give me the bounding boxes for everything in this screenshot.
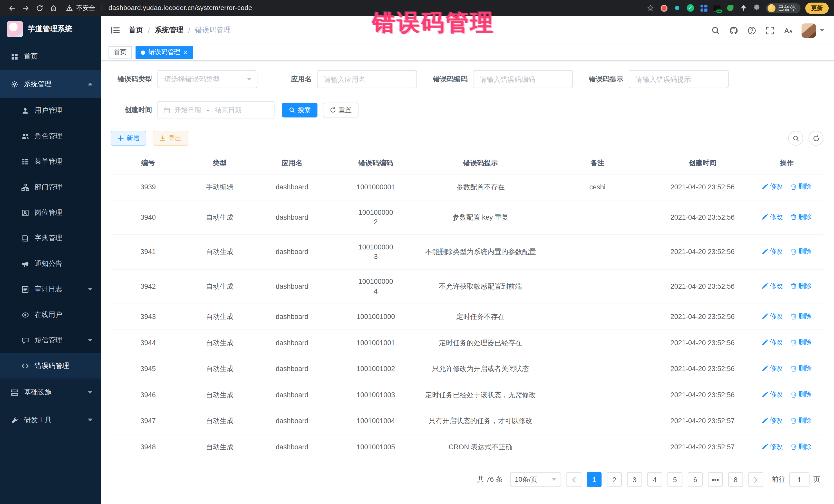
delete-link[interactable]: 删除 <box>790 182 812 192</box>
next-page-button[interactable] <box>748 472 763 487</box>
sidebar-subitem-6[interactable]: 通知公告 <box>0 251 101 277</box>
edit-link[interactable]: 修改 <box>762 212 783 222</box>
cell-actions: 修改删除 <box>750 408 823 434</box>
close-icon[interactable]: × <box>183 49 188 56</box>
error-code-input[interactable] <box>473 70 573 88</box>
sidebar-subitem-9[interactable]: 短信管理 <box>0 327 101 353</box>
page-content: 错误码类型 请选择错误码类型 应用名 错误码编码 <box>101 61 834 504</box>
pager-page-button-5[interactable]: 5 <box>667 472 682 487</box>
on-badge-icon[interactable]: on <box>712 4 721 12</box>
leaf-icon[interactable] <box>726 4 734 12</box>
cell-app: dashboard <box>254 408 330 434</box>
sidebar-subitem-5[interactable]: 字典管理 <box>0 225 101 251</box>
tab-home[interactable]: 首页 <box>109 46 132 59</box>
delete-link[interactable]: 删除 <box>790 390 812 399</box>
puzzle-icon[interactable] <box>753 4 761 12</box>
help-icon[interactable] <box>747 26 756 35</box>
type-select[interactable]: 请选择错误码类型 <box>158 70 258 88</box>
sidebar-item-label: 菜单管理 <box>35 157 62 166</box>
breadcrumb-home[interactable]: 首页 <box>129 25 143 35</box>
cell-code: 1001001001 <box>330 330 421 356</box>
sidebar-subitem-7[interactable]: 审计日志 <box>0 277 101 302</box>
sidebar-subitem-2[interactable]: 菜单管理 <box>0 149 101 174</box>
date-range-picker[interactable]: 开始日期 - 结束日期 <box>158 101 275 119</box>
add-button[interactable]: 新增 <box>111 131 146 146</box>
bookmark-star-icon[interactable] <box>646 4 655 12</box>
reset-button[interactable]: 重置 <box>323 103 358 117</box>
edit-link[interactable]: 修改 <box>762 247 783 256</box>
type-placeholder: 请选择错误码类型 <box>164 74 247 84</box>
sidebar-subitem-8[interactable]: 在线用户 <box>0 302 101 327</box>
edit-link[interactable]: 修改 <box>762 390 783 399</box>
grid-icon[interactable] <box>700 4 708 12</box>
search-toggle-button[interactable] <box>788 131 803 146</box>
delete-link[interactable]: 删除 <box>790 247 812 256</box>
back-icon[interactable] <box>5 2 18 14</box>
home-icon[interactable] <box>47 2 60 14</box>
delete-link[interactable]: 删除 <box>790 338 812 347</box>
delete-link[interactable]: 删除 <box>790 212 812 222</box>
dot-icon[interactable] <box>673 4 681 12</box>
sidebar-item-label: 首页 <box>24 51 38 61</box>
pager-page-button-6[interactable]: 6 <box>688 472 703 487</box>
edit-link[interactable]: 修改 <box>762 364 783 373</box>
reload-icon[interactable] <box>33 2 46 14</box>
pager-page-button-8[interactable]: 8 <box>728 472 743 487</box>
error-hint-input[interactable] <box>629 70 729 88</box>
filter-code: 错误码编码 <box>433 70 573 88</box>
edit-link[interactable]: 修改 <box>762 442 783 452</box>
logo-image <box>7 21 23 37</box>
fullscreen-icon[interactable] <box>766 26 774 35</box>
edit-link[interactable]: 修改 <box>762 338 783 347</box>
pager-page-button-3[interactable]: 3 <box>627 472 642 487</box>
edit-link[interactable]: 修改 <box>762 311 783 321</box>
update-button[interactable]: 更新 <box>805 2 829 14</box>
sidebar-subitem-0[interactable]: 用户管理 <box>0 98 101 123</box>
page-size-select[interactable]: 10条/页 <box>510 472 561 487</box>
prev-page-button[interactable] <box>566 472 581 487</box>
tags-view-bar: 首页 错误码管理 × <box>101 45 834 61</box>
hamburger-icon[interactable] <box>111 26 120 35</box>
tab-error-code[interactable]: 错误码管理 × <box>136 46 193 59</box>
chevron-up-icon <box>88 82 93 85</box>
sidebar-item-home[interactable]: 首页 <box>0 43 101 70</box>
edit-link[interactable]: 修改 <box>762 182 783 192</box>
sidebar-item-system[interactable]: 系统管理 <box>0 70 101 98</box>
url-text[interactable]: dashboard.yudao.iocoder.cn/system/error-… <box>109 4 252 12</box>
search-icon[interactable] <box>711 26 720 35</box>
pager-page-button-4[interactable]: 4 <box>647 472 662 487</box>
goto-page-input[interactable] <box>789 472 810 487</box>
edit-link[interactable]: 修改 <box>762 281 783 291</box>
sidebar-subitem-4[interactable]: 岗位管理 <box>0 200 101 225</box>
breadcrumb-system[interactable]: 系统管理 <box>155 25 183 35</box>
github-icon[interactable] <box>729 26 738 35</box>
delete-link[interactable]: 删除 <box>790 416 812 425</box>
user-menu[interactable] <box>802 23 825 38</box>
search-button[interactable]: 搜索 <box>282 103 318 117</box>
app-name-input[interactable] <box>317 70 417 88</box>
sidebar-subitem-3[interactable]: 部门管理 <box>0 175 101 200</box>
refresh-button[interactable] <box>809 131 824 146</box>
target-icon[interactable] <box>659 4 668 12</box>
logo[interactable]: 芋道管理系统 <box>0 16 101 43</box>
pager-more-button[interactable]: ••• <box>708 472 723 487</box>
pager-page-button-2[interactable]: 2 <box>607 472 622 487</box>
pin-icon[interactable] <box>739 4 748 12</box>
export-button[interactable]: 导出 <box>153 131 188 146</box>
sidebar-item-devtools[interactable]: 研发工具 <box>0 406 101 434</box>
delete-link[interactable]: 删除 <box>790 311 812 321</box>
delete-link-label: 删除 <box>798 416 812 425</box>
forward-icon[interactable] <box>19 2 32 14</box>
delete-link[interactable]: 删除 <box>790 364 812 373</box>
delete-link[interactable]: 删除 <box>790 442 812 452</box>
edit-link[interactable]: 修改 <box>762 416 783 425</box>
sidebar-item-infrastructure[interactable]: 基础设施 <box>0 378 101 406</box>
sidebar-subitem-1[interactable]: 角色管理 <box>0 124 101 149</box>
font-size-icon[interactable] <box>784 26 792 35</box>
security-chip[interactable]: 不安全 <box>66 3 95 12</box>
pager-page-button-1[interactable]: 1 <box>587 472 601 487</box>
sidebar-subitem-10[interactable]: 错误码管理 <box>0 353 101 378</box>
check-circle-icon[interactable]: ✓ <box>686 4 695 12</box>
delete-link[interactable]: 删除 <box>790 281 812 291</box>
profile-chip[interactable]: 已暂停 <box>766 3 800 13</box>
